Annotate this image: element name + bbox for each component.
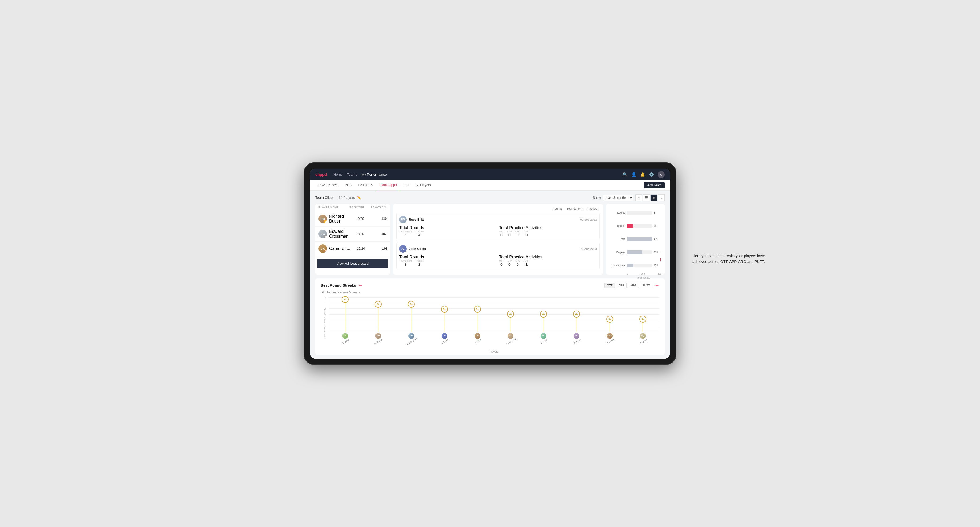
activity-stats: Total Rounds Tournament 7 Practice 2 bbox=[399, 255, 597, 267]
activity-player-avatar: JC bbox=[399, 245, 407, 252]
putt-stat: PUTT 1 bbox=[523, 259, 530, 267]
period-select[interactable]: Last 3 months bbox=[603, 195, 633, 201]
streak-badge: 4x bbox=[540, 311, 547, 317]
bar-fill bbox=[627, 264, 633, 268]
settings-icon[interactable]: ⚙️ bbox=[649, 172, 654, 177]
subnav-team-clippd[interactable]: Team Clippd bbox=[376, 180, 400, 190]
subnav-hcaps[interactable]: Hcaps 1-5 bbox=[355, 180, 376, 190]
streaks-header: Best Round Streaks ← OTT APP ARG PUTT ← bbox=[321, 283, 659, 288]
view-leaderboard-button[interactable]: View Full Leaderboard bbox=[317, 259, 388, 268]
add-team-button[interactable]: Add Team bbox=[644, 182, 665, 189]
ott-stat: OTT 0 bbox=[499, 230, 504, 237]
subnav-all-players[interactable]: All Players bbox=[412, 180, 434, 190]
practice-activities-label: Total Practice Activities bbox=[499, 255, 542, 259]
nav-teams[interactable]: Teams bbox=[347, 171, 357, 178]
table-view-btn[interactable]: ▦ bbox=[650, 194, 657, 201]
activity-player-avatar: RB bbox=[399, 216, 407, 223]
table-row: RB 1 Richard Butler 19/20 110 bbox=[315, 211, 390, 227]
player-label-ford: DF D. Ford bbox=[536, 333, 552, 343]
rank-badge: 2 bbox=[323, 235, 327, 238]
controls-arrow-icon: ← bbox=[655, 283, 659, 288]
bar-track bbox=[627, 224, 652, 228]
legend-practice: Practice bbox=[586, 207, 597, 210]
player-dot-avatar: CQ bbox=[640, 333, 646, 339]
add-team-area: Add Team bbox=[644, 182, 665, 189]
bar-track bbox=[627, 237, 652, 241]
list-view-btn[interactable]: ☰ bbox=[643, 194, 650, 201]
tablet-screen: clippd Home Teams My Performance 🔍 👤 🔔 ⚙… bbox=[310, 169, 670, 359]
practice-activities-group: Total Practice Activities OTT 0 APP 0 bbox=[499, 255, 597, 267]
bell-icon[interactable]: 🔔 bbox=[640, 172, 645, 177]
player-label-coles: JC J. Coles bbox=[436, 333, 452, 343]
bar-label-eagles: Eagles bbox=[609, 211, 625, 214]
sort-view-btn[interactable]: ↕ bbox=[658, 194, 665, 201]
sub-nav: PGAT Players PGA Hcaps 1-5 Team Clippd T… bbox=[310, 181, 670, 190]
view-icons: ⊞ ☰ ▦ ↕ bbox=[635, 194, 665, 201]
rank-badge: 1 bbox=[323, 220, 327, 223]
player-info: EC 2 Edward Crossman bbox=[318, 229, 349, 239]
nav-home[interactable]: Home bbox=[333, 171, 343, 178]
player-label-ebert: EE E. Ebert bbox=[337, 333, 353, 343]
pb-score: 17/20 bbox=[350, 247, 371, 251]
arg-label: ARG bbox=[515, 230, 520, 233]
bar-row-pars: Pars 499 bbox=[609, 237, 662, 241]
arg-stat: ARG 0 bbox=[515, 259, 520, 267]
app-button[interactable]: APP bbox=[616, 283, 627, 288]
streak-badge: 4x bbox=[573, 311, 580, 317]
arg-button[interactable]: ARG bbox=[628, 283, 639, 288]
player-label-miller: MM M. Miller bbox=[568, 333, 584, 343]
grid-view-btn[interactable]: ⊞ bbox=[635, 194, 642, 201]
avatar[interactable]: U bbox=[658, 171, 665, 178]
arg-stat: ARG 0 bbox=[515, 230, 520, 237]
streak-badge: 5x bbox=[474, 306, 481, 313]
bar-fill bbox=[627, 251, 642, 254]
subnav-tour[interactable]: Tour bbox=[400, 180, 412, 190]
team-header: Team Clippd | 14 Players ✏️ Show Last 3 … bbox=[315, 194, 665, 201]
x-label-400: 400 bbox=[657, 273, 662, 275]
pb-score: 18/20 bbox=[349, 232, 371, 236]
putt-button[interactable]: PUTT bbox=[640, 283, 652, 288]
content-grid: PLAYER NAME PB SCORE PB AVG SQ RB 1 Rich… bbox=[315, 204, 665, 275]
player-names-row: EE E. Ebert BM B. McHerg DB D. Billingha… bbox=[329, 332, 659, 343]
player-label-crossman: EC E. Crossman bbox=[503, 333, 519, 343]
putt-stat: PUTT 0 bbox=[523, 230, 530, 237]
bar-value-pars: 499 bbox=[654, 238, 662, 241]
activity-card-header: JC Josh Coles 26 Aug 2023 bbox=[399, 245, 597, 252]
activity-player-name: Josh Coles bbox=[409, 247, 426, 251]
ott-button[interactable]: OTT bbox=[604, 283, 615, 288]
x-axis-title: Players bbox=[329, 350, 659, 353]
bar-chart-bars: Eagles 3 Birdies 96 bbox=[609, 207, 662, 271]
arg-val: 0 bbox=[515, 233, 520, 237]
player-dot-avatar: EC bbox=[508, 333, 514, 339]
player-dot-name: R. Britt bbox=[474, 338, 482, 344]
subnav-pgat[interactable]: PGAT Players bbox=[315, 180, 342, 190]
player-dot-avatar: MM bbox=[574, 333, 579, 339]
edit-icon[interactable]: ✏️ bbox=[357, 196, 361, 200]
bar-value-dbogeys: 131 bbox=[654, 264, 662, 267]
nav-my-performance[interactable]: My Performance bbox=[361, 171, 387, 178]
view-leaderboard-area: View Full Leaderboard bbox=[315, 256, 390, 270]
table-row: EC 2 Edward Crossman 18/20 107 bbox=[315, 227, 390, 242]
activity-date: 26 Aug 2023 bbox=[580, 247, 597, 251]
bar-fill bbox=[627, 224, 633, 228]
avatar: CA 3 bbox=[318, 244, 327, 253]
activity-card: JC Josh Coles 26 Aug 2023 Total Rounds T… bbox=[396, 242, 600, 269]
tournament-val: 8 bbox=[399, 233, 412, 237]
bar-value-eagles: 3 bbox=[654, 211, 662, 214]
search-icon[interactable]: 🔍 bbox=[623, 172, 628, 177]
tablet-frame: clippd Home Teams My Performance 🔍 👤 🔔 ⚙… bbox=[304, 162, 676, 365]
player-label-britt: RB R. Britt bbox=[469, 333, 485, 343]
subnav-pga[interactable]: PGA bbox=[342, 180, 355, 190]
legend-rounds: Rounds bbox=[552, 207, 562, 210]
app-stat: APP 0 bbox=[507, 230, 512, 237]
nav-right: 🔍 👤 🔔 ⚙️ U bbox=[623, 171, 665, 178]
player-label-butler: RBU R. Butler bbox=[602, 333, 618, 343]
bar-row-birdies: Birdies 96 bbox=[609, 224, 662, 228]
arg-val: 0 bbox=[515, 262, 520, 267]
tournament-stat: Tournament 7 bbox=[399, 259, 412, 267]
user-icon[interactable]: 👤 bbox=[632, 172, 636, 177]
player-dot-avatar: BM bbox=[375, 333, 381, 339]
pb-avg: 107 bbox=[371, 232, 387, 236]
rounds-stat-row: Tournament 7 Practice 2 bbox=[399, 259, 497, 267]
bar-label-bogeys: Bogeys bbox=[609, 251, 625, 254]
